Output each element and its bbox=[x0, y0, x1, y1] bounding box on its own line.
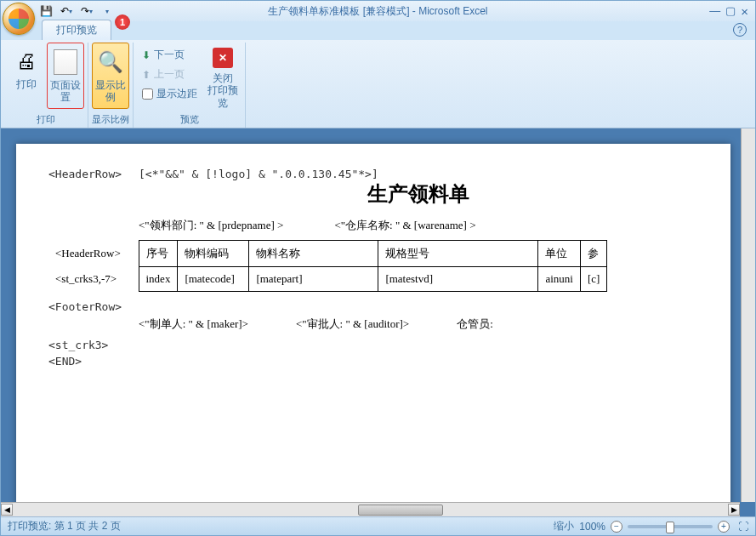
material-table: <HeaderRow> 序号 物料编码 物料名称 规格型号 单位 参 <st_c… bbox=[48, 240, 607, 292]
scroll-thumb[interactable] bbox=[358, 505, 443, 516]
td-spec: [matestvd] bbox=[378, 267, 538, 292]
magnifier-icon bbox=[97, 48, 124, 76]
ribbon-group-preview-label: 预览 bbox=[137, 111, 242, 128]
print-button[interactable]: 打印 bbox=[8, 43, 45, 109]
zoom-label: 缩小 bbox=[554, 519, 574, 533]
th-seq: 序号 bbox=[139, 241, 178, 267]
td-unit: ainuni bbox=[538, 267, 581, 292]
arrow-down-icon: ⬇ bbox=[142, 49, 151, 61]
dept-field: <"领料部门: " & [prdepname] > bbox=[139, 218, 283, 233]
warehouse-field: <"仓库名称: " & [warename] > bbox=[334, 218, 475, 233]
th-unit: 单位 bbox=[538, 241, 581, 267]
header-row-tag-2: <HeaderRow> bbox=[48, 241, 139, 267]
window-title: 生产领料单标准模板 [兼容模式] - Microsoft Excel bbox=[268, 4, 487, 19]
th-last: 参 bbox=[580, 241, 606, 267]
zoom-pct[interactable]: 100% bbox=[579, 521, 605, 533]
document-title: 生产领料单 bbox=[139, 180, 698, 208]
arrow-up-icon: ⬆ bbox=[142, 69, 151, 81]
footer-row-tag: <FooterRow> bbox=[48, 300, 139, 313]
th-code: 物料编码 bbox=[178, 241, 249, 267]
qat-undo-button[interactable]: ↶▾ bbox=[57, 3, 76, 20]
next-page-button[interactable]: ⬇下一页 bbox=[137, 46, 202, 64]
close-button[interactable]: × bbox=[741, 4, 748, 19]
undo-icon: ↶ bbox=[60, 5, 69, 17]
ribbon-group-print-label: 打印 bbox=[8, 111, 84, 128]
help-button[interactable]: ? bbox=[733, 23, 747, 37]
annotation-badge: 1 bbox=[115, 14, 130, 30]
qat-save-button[interactable]: 💾 bbox=[37, 3, 55, 20]
header-row-tag: <HeaderRow> bbox=[48, 168, 139, 180]
zoom-out-button[interactable]: − bbox=[611, 521, 622, 533]
scroll-left-button[interactable]: ◀ bbox=[1, 504, 13, 516]
qat-redo-button[interactable]: ↷▾ bbox=[77, 3, 96, 20]
show-margins-checkbox[interactable]: 显示边距 bbox=[137, 85, 202, 103]
ribbon-group-zoom-label: 显示比例 bbox=[92, 111, 129, 128]
page-setup-button[interactable]: 页面设置 bbox=[47, 43, 84, 109]
th-name: 物料名称 bbox=[249, 241, 378, 267]
th-spec: 规格型号 bbox=[378, 241, 538, 267]
chevron-down-icon: ▾ bbox=[105, 8, 109, 15]
fullscreen-icon[interactable]: ⛶ bbox=[738, 521, 748, 533]
page-setup-icon bbox=[52, 48, 79, 76]
zoom-slider[interactable] bbox=[628, 525, 713, 528]
st-crk3-tag: <st_crk3> bbox=[48, 339, 139, 351]
header-expression: [<*"&&" & [!logo] & ".0.0.130.45"*>] bbox=[139, 168, 698, 180]
save-icon: 💾 bbox=[40, 5, 53, 17]
maker-field: <"制单人: " & [maker]> bbox=[139, 316, 248, 332]
zoom-button[interactable]: 显示比例 bbox=[92, 43, 129, 109]
page-preview: <HeaderRow> [<*"&&" & [!logo] & ".0.0.13… bbox=[16, 144, 730, 510]
status-text: 打印预览: 第 1 页 共 2 页 bbox=[8, 519, 121, 533]
auditor-field: <"审批人: " & [auditor]> bbox=[296, 316, 409, 332]
close-preview-button[interactable]: ✕ 关闭打印预览 bbox=[204, 43, 242, 109]
zoom-in-button[interactable]: + bbox=[718, 521, 730, 533]
office-button[interactable] bbox=[3, 3, 35, 35]
detail-row-tag: <st_crks3,-7> bbox=[48, 267, 139, 292]
keeper-field: 仓管员: bbox=[457, 316, 493, 332]
scroll-right-button[interactable]: ▶ bbox=[728, 504, 740, 516]
end-tag: <END> bbox=[48, 355, 139, 368]
prev-page-button: ⬆上一页 bbox=[137, 66, 202, 83]
td-seq: index bbox=[139, 267, 178, 292]
vertical-scrollbar[interactable] bbox=[741, 128, 755, 502]
close-icon: ✕ bbox=[209, 48, 236, 69]
td-code: [matecode] bbox=[178, 267, 249, 292]
td-last: [c] bbox=[580, 267, 606, 292]
horizontal-scrollbar[interactable]: ◀ ▶ bbox=[1, 502, 740, 516]
qat-customize-button[interactable]: ▾ bbox=[98, 3, 117, 20]
restore-button[interactable]: ▢ bbox=[725, 4, 736, 19]
tab-print-preview[interactable]: 打印预览 bbox=[42, 20, 111, 40]
minimize-button[interactable]: — bbox=[709, 4, 720, 19]
printer-icon bbox=[13, 48, 40, 75]
td-name: [matepart] bbox=[249, 267, 378, 292]
redo-icon: ↷ bbox=[81, 5, 89, 17]
